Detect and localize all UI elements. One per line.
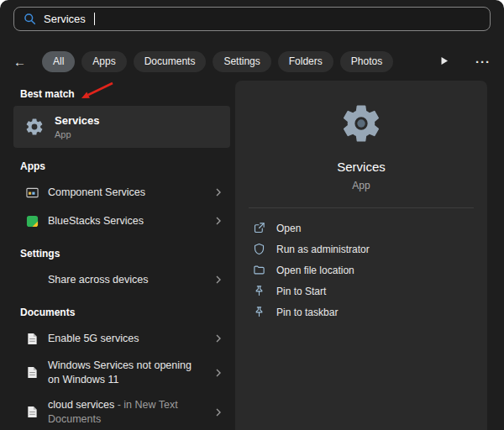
pin-icon [253, 306, 265, 318]
tab-apps[interactable]: Apps [81, 51, 126, 72]
chevron-right-icon [215, 407, 222, 417]
action-pin-to-taskbar[interactable]: Pin to taskbar [235, 302, 487, 322]
action-open-file-location[interactable]: Open file location [235, 260, 487, 281]
tab-settings[interactable]: Settings [213, 51, 270, 72]
best-match-text: Services App [55, 114, 100, 139]
section-heading-documents: Documents [20, 307, 230, 318]
action-label: Open file location [276, 265, 354, 276]
chevron-right-icon [215, 333, 222, 343]
document-icon [25, 366, 39, 380]
result-item-label: Share across devices [48, 273, 206, 287]
result-item-share-across-devices[interactable]: Share across devices [13, 265, 230, 294]
gear-icon [24, 117, 45, 137]
result-item-label: Component Services [48, 186, 206, 200]
back-arrow-icon[interactable]: ← [13, 55, 35, 69]
tab-folders[interactable]: Folders [278, 51, 333, 72]
preview-subtitle: App [352, 180, 370, 191]
section-heading-best-match: Best match [20, 88, 230, 100]
text-cursor [94, 13, 95, 25]
open-icon [253, 222, 265, 234]
result-item-label: Enable 5G services [48, 332, 206, 346]
result-item-component-services[interactable]: Component Services [13, 178, 230, 207]
action-label: Pin to taskbar [276, 307, 338, 318]
action-open[interactable]: Open [235, 218, 487, 239]
divider [249, 207, 474, 208]
tab-photos[interactable]: Photos [340, 51, 393, 72]
component-services-icon [25, 186, 39, 199]
search-query: Services [44, 13, 86, 25]
chevron-right-icon [215, 368, 222, 378]
result-item-cloud-services[interactable]: cloud services - in New Text Documents [13, 392, 230, 430]
result-item-label: Windows Services not opening on Windows … [48, 359, 206, 387]
action-pin-to-start[interactable]: Pin to Start [235, 281, 487, 302]
tab-documents[interactable]: Documents [134, 51, 207, 72]
action-run-as-administrator[interactable]: Run as administrator [235, 239, 487, 260]
result-item-windows-services-not-opening[interactable]: Windows Services not opening on Windows … [13, 353, 230, 392]
ellipsis-icon[interactable]: ··· [475, 55, 491, 69]
play-icon[interactable] [440, 55, 449, 68]
search-input[interactable]: Services [13, 7, 491, 31]
section-heading-settings: Settings [20, 248, 230, 260]
document-icon [25, 406, 39, 419]
filter-bar: ← All Apps Documents Settings Folders Ph… [13, 50, 491, 73]
chevron-right-icon [215, 216, 222, 226]
document-icon [25, 332, 39, 345]
shield-icon [253, 243, 265, 255]
settings-result-icon [25, 273, 39, 286]
best-match-subtitle: App [55, 129, 100, 139]
best-match-title: Services [55, 114, 100, 127]
preview-header: Services App [235, 81, 487, 191]
pin-icon [253, 285, 265, 297]
search-icon [24, 13, 36, 25]
preview-title: Services [337, 160, 386, 174]
results-list: Best match Services App Apps Component S… [13, 81, 230, 430]
result-item-label: BlueStacks Services [48, 214, 206, 228]
chevron-right-icon [215, 275, 222, 285]
section-heading-apps: Apps [20, 160, 230, 172]
search-flyout: Services ← All Apps Documents Settings F… [0, 0, 504, 430]
bluestacks-icon [25, 214, 39, 228]
result-item-enable-5g-services[interactable]: Enable 5G services [13, 324, 230, 353]
preview-panel: Services App Open Run as administrator [235, 81, 487, 430]
action-label: Open [276, 223, 301, 234]
best-match-item[interactable]: Services App [13, 106, 230, 148]
action-label: Run as administrator [276, 244, 370, 255]
gear-icon [339, 101, 384, 146]
action-label: Pin to Start [276, 286, 326, 297]
result-item-label: cloud services - in New Text Documents [48, 398, 206, 427]
result-item-bluestacks-services[interactable]: BlueStacks Services [13, 207, 230, 235]
folder-icon [253, 264, 265, 276]
tab-all[interactable]: All [42, 51, 75, 72]
chevron-right-icon [215, 187, 222, 197]
